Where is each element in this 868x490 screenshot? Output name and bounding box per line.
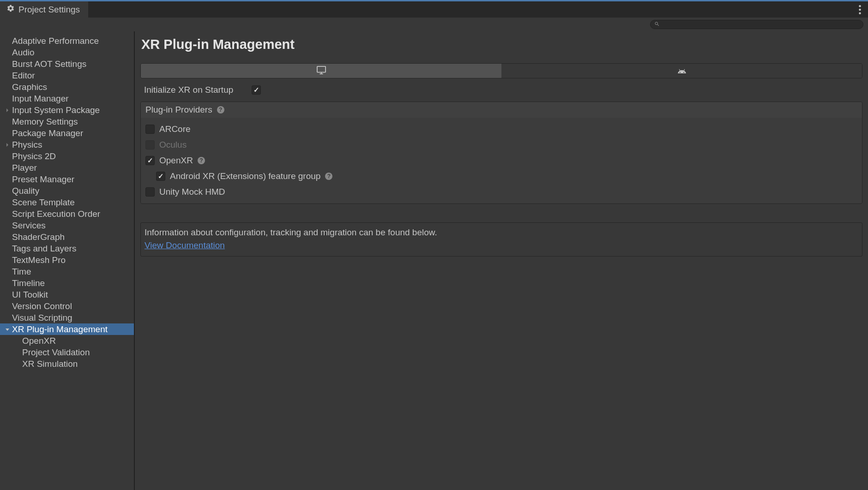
tab-project-settings[interactable]: Project Settings	[0, 1, 88, 18]
help-icon[interactable]: ?	[198, 157, 205, 164]
svg-point-1	[859, 8, 861, 10]
sidebar-item-label: Script Execution Order	[12, 209, 100, 219]
sidebar-item-package-manager[interactable]: Package Manager	[0, 127, 134, 139]
sidebar-item-textmesh-pro[interactable]: TextMesh Pro	[0, 254, 134, 266]
search-box[interactable]	[650, 20, 863, 29]
more-button[interactable]	[851, 1, 868, 18]
platform-tab-android[interactable]	[501, 64, 862, 78]
sidebar-item-audio[interactable]: Audio	[0, 47, 134, 58]
sidebar-item-project-validation[interactable]: Project Validation	[0, 347, 134, 358]
chevron-right-icon	[5, 108, 10, 113]
sidebar-item-timeline[interactable]: Timeline	[0, 277, 134, 289]
sidebar-item-label: Version Control	[12, 301, 72, 311]
provider-row-oculus: Oculus	[141, 137, 862, 153]
platform-tab-standalone[interactable]	[141, 64, 501, 78]
help-icon[interactable]: ?	[325, 173, 332, 180]
sidebar-item-xr-simulation[interactable]: XR Simulation	[0, 358, 134, 370]
sidebar-item-xr-plug-in-management[interactable]: XR Plug-in Management	[0, 323, 134, 335]
provider-label: Unity Mock HMD	[159, 187, 225, 197]
sidebar-item-label: XR Plug-in Management	[12, 324, 108, 335]
provider-row-android-xr-extensions-feature-group: Android XR (Extensions) feature group?	[141, 168, 862, 184]
provider-label: OpenXR	[159, 155, 193, 166]
sidebar-item-label: Quality	[12, 186, 39, 196]
chevron-down-icon	[5, 327, 10, 332]
sidebar-item-visual-scripting[interactable]: Visual Scripting	[0, 312, 134, 323]
help-icon[interactable]: ?	[217, 106, 224, 114]
sidebar-item-label: Graphics	[12, 82, 47, 92]
sidebar-item-label: Physics 2D	[12, 151, 56, 161]
sidebar-item-graphics[interactable]: Graphics	[0, 81, 134, 93]
sidebar: Adaptive PerformanceAudioBurst AOT Setti…	[0, 31, 135, 490]
page-title: XR Plug-in Management	[141, 37, 862, 52]
sidebar-item-openxr[interactable]: OpenXR	[0, 335, 134, 347]
provider-row-unity-mock-hmd: Unity Mock HMD	[141, 184, 862, 200]
sidebar-item-label: ShaderGraph	[12, 232, 65, 242]
sidebar-item-label: Visual Scripting	[12, 313, 72, 323]
sidebar-item-label: Input Manager	[12, 94, 69, 104]
sidebar-item-input-system-package[interactable]: Input System Package	[0, 104, 134, 116]
sidebar-item-script-execution-order[interactable]: Script Execution Order	[0, 208, 134, 220]
info-text: Information about configuration, trackin…	[145, 227, 858, 238]
sidebar-item-label: Player	[12, 163, 37, 173]
view-documentation-link[interactable]: View Documentation	[145, 240, 225, 250]
sidebar-item-label: OpenXR	[22, 336, 56, 346]
tab-title: Project Settings	[18, 5, 80, 15]
sidebar-item-label: XR Simulation	[22, 359, 78, 369]
providers-header-label: Plug-in Providers	[145, 105, 212, 115]
sidebar-item-label: Time	[12, 267, 31, 277]
sidebar-item-label: Input System Package	[12, 105, 100, 115]
sidebar-item-label: Services	[12, 221, 46, 231]
provider-checkbox[interactable]	[145, 125, 155, 134]
sidebar-item-scene-template[interactable]: Scene Template	[0, 197, 134, 208]
sidebar-item-label: Editor	[12, 71, 35, 81]
provider-label: Android XR (Extensions) feature group	[170, 171, 320, 181]
sidebar-item-label: UI Toolkit	[12, 290, 48, 300]
sidebar-item-label: Tags and Layers	[12, 244, 76, 254]
sidebar-item-editor[interactable]: Editor	[0, 70, 134, 81]
provider-label: Oculus	[159, 140, 187, 150]
sidebar-item-label: Adaptive Performance	[12, 36, 99, 46]
sidebar-item-services[interactable]: Services	[0, 220, 134, 231]
sidebar-item-label: TextMesh Pro	[12, 255, 66, 265]
sidebar-item-player[interactable]: Player	[0, 162, 134, 173]
sidebar-item-shadergraph[interactable]: ShaderGraph	[0, 231, 134, 243]
provider-checkbox[interactable]	[145, 187, 155, 197]
sidebar-item-label: Timeline	[12, 278, 45, 288]
sidebar-item-label: Burst AOT Settings	[12, 59, 86, 69]
sidebar-item-label: Project Validation	[22, 347, 90, 358]
chevron-right-icon	[5, 142, 10, 148]
init-xr-checkbox[interactable]	[252, 85, 261, 95]
sidebar-item-time[interactable]: Time	[0, 266, 134, 277]
search-icon	[654, 20, 660, 29]
sidebar-item-physics[interactable]: Physics	[0, 139, 134, 150]
sidebar-item-label: Audio	[12, 48, 35, 58]
sidebar-item-label: Memory Settings	[12, 117, 78, 127]
sidebar-item-ui-toolkit[interactable]: UI Toolkit	[0, 289, 134, 300]
providers-box: Plug-in Providers ? ARCoreOculusOpenXR?A…	[140, 102, 862, 204]
sidebar-item-tags-and-layers[interactable]: Tags and Layers	[0, 243, 134, 254]
sidebar-item-physics-2d[interactable]: Physics 2D	[0, 150, 134, 162]
sidebar-item-label: Scene Template	[12, 197, 75, 208]
svg-rect-3	[317, 66, 325, 72]
provider-row-arcore: ARCore	[141, 121, 862, 137]
sidebar-item-quality[interactable]: Quality	[0, 185, 134, 197]
provider-checkbox[interactable]	[145, 156, 155, 165]
sidebar-item-version-control[interactable]: Version Control	[0, 300, 134, 312]
info-box: Information about configuration, trackin…	[140, 222, 862, 257]
sidebar-item-burst-aot-settings[interactable]: Burst AOT Settings	[0, 58, 134, 70]
providers-body: ARCoreOculusOpenXR?Android XR (Extension…	[141, 118, 862, 203]
search-input[interactable]	[662, 21, 859, 28]
init-xr-label: Initialize XR on Startup	[144, 85, 233, 95]
sidebar-item-preset-manager[interactable]: Preset Manager	[0, 173, 134, 185]
svg-point-0	[859, 5, 861, 7]
android-icon	[677, 67, 687, 75]
sidebar-item-input-manager[interactable]: Input Manager	[0, 93, 134, 104]
provider-label: ARCore	[159, 124, 191, 134]
providers-header: Plug-in Providers ?	[141, 102, 862, 118]
provider-checkbox[interactable]	[156, 172, 165, 181]
monitor-icon	[316, 66, 326, 77]
sidebar-item-memory-settings[interactable]: Memory Settings	[0, 116, 134, 127]
sidebar-item-label: Preset Manager	[12, 174, 74, 185]
sidebar-item-adaptive-performance[interactable]: Adaptive Performance	[0, 35, 134, 47]
sidebar-item-label: Physics	[12, 140, 42, 150]
